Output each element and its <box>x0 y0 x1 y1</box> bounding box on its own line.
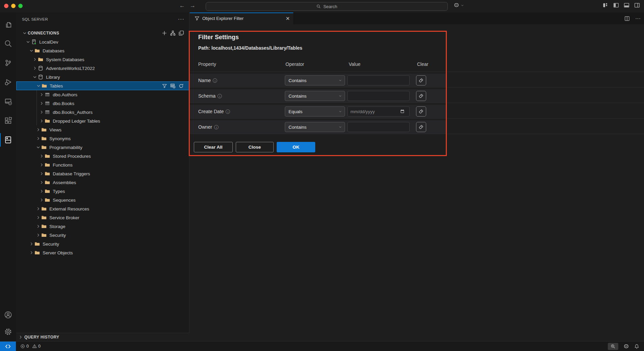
sidebar-more-actions-icon[interactable]: ··· <box>178 16 184 22</box>
tree-item-label: Stored Procedures <box>53 154 91 159</box>
tree-item-label: Storage <box>49 224 65 229</box>
chevron-right-icon <box>39 110 45 115</box>
operator-select-schema[interactable]: Contains <box>285 91 345 101</box>
tree-item-synonyms[interactable]: Synonyms <box>16 134 189 143</box>
tree-item-stored-procedures[interactable]: Stored Procedures <box>16 152 189 160</box>
tree-item-localdev[interactable]: LocalDev <box>16 37 189 46</box>
navigate-forward-icon[interactable]: → <box>190 2 196 9</box>
new-table-icon[interactable] <box>170 83 176 89</box>
clear-row-button-name[interactable] <box>416 75 426 85</box>
close-tab-icon[interactable]: ✕ <box>285 16 290 22</box>
eraser-icon <box>418 124 424 130</box>
split-editor-icon[interactable] <box>624 16 630 21</box>
chevron-right-icon <box>32 66 38 71</box>
tree-item-security[interactable]: Security <box>16 240 189 248</box>
search-input[interactable]: Search <box>206 2 448 11</box>
panel-path: Path: localhost,1434/Databases/Library/T… <box>198 45 302 51</box>
toggle-primary-sidebar-icon[interactable] <box>613 2 619 8</box>
tree-item-functions[interactable]: Functions <box>16 160 189 169</box>
activity-item-explorer[interactable] <box>0 16 16 32</box>
operator-selected-value: Contains <box>289 78 306 83</box>
tab-object-explorer-filter[interactable]: Object Explorer Filter ✕ <box>190 12 293 24</box>
value-input-owner[interactable] <box>347 122 410 132</box>
tree-item-dbo-books-authors[interactable]: dbo.Books_Authors <box>16 108 189 117</box>
clear-all-button[interactable]: Clear All <box>194 142 233 152</box>
connection-group-icon[interactable] <box>170 30 176 36</box>
close-button[interactable]: Close <box>236 142 274 152</box>
filter-icon[interactable] <box>162 83 167 89</box>
refresh-icon[interactable] <box>179 83 184 89</box>
zoom-window-button[interactable] <box>18 4 23 8</box>
tree-item-dropped-ledger-tables[interactable]: Dropped Ledger Tables <box>16 117 189 125</box>
tree-item-system-databases[interactable]: System Databases <box>16 55 189 64</box>
copilot-status-icon[interactable] <box>623 344 629 349</box>
table-icon <box>45 101 50 106</box>
tree-item-views[interactable]: Views <box>16 125 189 134</box>
activity-item-extensions[interactable] <box>0 112 16 129</box>
chevron-right-icon <box>29 242 34 246</box>
clear-row-button-create-date[interactable] <box>416 106 426 117</box>
tree-item-types[interactable]: Types <box>16 187 189 196</box>
toggle-panel-icon[interactable] <box>624 2 629 8</box>
tree-item-sequences[interactable]: Sequences <box>16 196 189 204</box>
remote-indicator[interactable] <box>0 342 16 351</box>
chevron-down-icon <box>339 125 342 129</box>
filter-row-create-date: Create DateiEquals <box>190 105 447 118</box>
operator-select-name[interactable]: Contains <box>285 75 345 85</box>
value-input-create-date[interactable] <box>347 106 410 117</box>
activity-item-source-control[interactable] <box>0 55 16 71</box>
close-window-button[interactable] <box>4 4 8 8</box>
problems-status[interactable]: 0 0 <box>20 344 43 349</box>
operator-select-owner[interactable]: Contains <box>285 122 345 132</box>
chevron-right-icon <box>18 335 23 340</box>
clear-row-button-schema[interactable] <box>416 91 426 101</box>
notifications-bell-icon[interactable] <box>634 344 639 349</box>
editor-more-actions-icon[interactable]: ··· <box>635 16 641 22</box>
add-connection-icon[interactable] <box>162 30 167 36</box>
activity-item-sql-server[interactable] <box>0 132 16 148</box>
ok-button[interactable]: OK <box>277 142 315 152</box>
zoom-status-button[interactable] <box>608 343 618 350</box>
tree-item-dbo-books[interactable]: dbo.Books <box>16 99 189 108</box>
folder-icon <box>34 48 40 53</box>
value-input-schema[interactable] <box>347 91 410 101</box>
tree-indent-guide <box>37 90 37 125</box>
tree-item-connections[interactable]: CONNECTIONS <box>16 29 189 37</box>
tree-item-adventureworkslt2022[interactable]: AdventureWorksLT2022 <box>16 64 189 73</box>
tree-item-dbo-authors[interactable]: dbo.Authors <box>16 90 189 99</box>
activity-item-settings[interactable] <box>0 324 16 340</box>
toggle-secondary-sidebar-icon[interactable] <box>634 2 640 8</box>
clear-row-button-owner[interactable] <box>416 122 426 132</box>
tree-item-programmability[interactable]: Programmability <box>16 143 189 152</box>
tree-item-databases[interactable]: Databases <box>16 46 189 55</box>
search-icon <box>4 40 12 48</box>
customize-layout-icon[interactable] <box>603 2 608 8</box>
copilot-menu[interactable] <box>453 2 464 8</box>
value-input-name[interactable] <box>347 75 410 85</box>
tree-item-security[interactable]: Security <box>16 231 189 240</box>
activity-item-accounts[interactable] <box>0 307 16 323</box>
activity-item-search[interactable] <box>0 35 16 52</box>
activity-item-run-and-debug[interactable] <box>0 74 16 90</box>
tree-item-library[interactable]: Library <box>16 73 189 81</box>
tree-item-label: Types <box>53 189 65 194</box>
filter-icon <box>194 16 200 21</box>
operator-select-create-date[interactable]: Equals <box>285 106 345 117</box>
tree-item-external-resources[interactable]: External Resources <box>16 204 189 213</box>
tree-item-database-triggers[interactable]: Database Triggers <box>16 169 189 178</box>
tree-item-storage[interactable]: Storage <box>16 222 189 231</box>
query-history-section[interactable]: QUERY HISTORY <box>16 333 189 341</box>
column-header-clear: Clear <box>417 61 428 67</box>
filter-property-label: Name <box>198 78 211 83</box>
tree-item-server-objects[interactable]: Server Objects <box>16 248 189 257</box>
folder-icon <box>41 224 47 229</box>
activity-item-remote-explorer[interactable] <box>0 93 16 109</box>
navigate-back-icon[interactable]: ← <box>179 2 185 9</box>
new-connection-window-icon[interactable] <box>179 30 184 36</box>
minimize-window-button[interactable] <box>11 4 16 8</box>
form-row-separator <box>190 118 644 119</box>
tree-item-service-broker[interactable]: Service Broker <box>16 213 189 222</box>
tree-item-assemblies[interactable]: Assemblies <box>16 178 189 187</box>
tree-item-tables[interactable]: Tables <box>16 81 189 90</box>
tree-item-label: Dropped Ledger Tables <box>53 119 100 124</box>
